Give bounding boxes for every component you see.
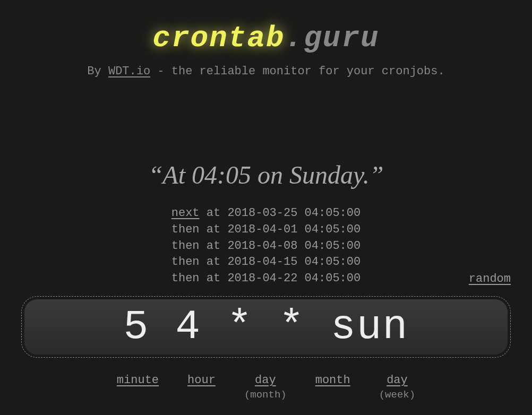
schedule-time: at 2018-04-15 04:05:00 [200, 255, 361, 269]
field-label-day-month[interactable]: day [255, 374, 276, 387]
field-label: day(month) [244, 374, 287, 401]
logo-crontab: crontab [152, 21, 285, 55]
schedule-line: next at 2018-03-25 04:05:00 [0, 205, 532, 222]
schedule-time: at 2018-04-01 04:05:00 [200, 223, 361, 236]
tagline-suffix: - the reliable monitor for your cronjobs… [150, 65, 445, 78]
schedule-time: at 2018-03-25 04:05:00 [200, 206, 361, 220]
field-label-sub: (month) [244, 389, 287, 401]
schedule-label: then [171, 272, 200, 285]
schedule-line: then at 2018-04-15 04:05:00 [0, 254, 532, 271]
tagline: By WDT.io - the reliable monitor for you… [0, 65, 532, 78]
logo-dot: . [285, 21, 304, 55]
next-link[interactable]: next [171, 206, 200, 220]
field-label-hour[interactable]: hour [187, 374, 216, 387]
tagline-prefix: By [87, 65, 108, 78]
logo-guru: guru [304, 21, 379, 55]
schedule-label: then [171, 255, 200, 269]
schedule-line: then at 2018-04-01 04:05:00 [0, 222, 532, 238]
random-link[interactable]: random [469, 272, 511, 286]
schedule-label: then [171, 223, 200, 236]
field-label-sub-empty [187, 389, 216, 401]
cron-input[interactable] [24, 299, 508, 355]
logo: crontab.guru [0, 21, 532, 55]
schedule-time: at 2018-04-08 04:05:00 [200, 239, 361, 253]
field-label: month [315, 374, 350, 401]
cron-input-wrap [21, 296, 511, 358]
tagline-link[interactable]: WDT.io [108, 65, 150, 78]
field-label-month[interactable]: month [315, 374, 350, 387]
field-labels: minute hour day(month)month day(week) [0, 374, 532, 401]
field-label: day(week) [379, 374, 415, 401]
field-label-minute[interactable]: minute [117, 374, 159, 387]
schedule-label: then [171, 239, 200, 253]
schedule-time: at 2018-04-22 04:05:00 [200, 272, 361, 285]
field-label: minute [117, 374, 159, 401]
field-label-sub-empty [315, 389, 350, 401]
field-label-day-week[interactable]: day [387, 374, 408, 387]
field-label: hour [187, 374, 216, 401]
field-label-sub-empty [117, 389, 159, 401]
cron-description: “At 04:05 on Sunday.” [0, 160, 532, 189]
schedule-line: then at 2018-04-08 04:05:00 [0, 238, 532, 255]
field-label-sub: (week) [379, 389, 415, 401]
